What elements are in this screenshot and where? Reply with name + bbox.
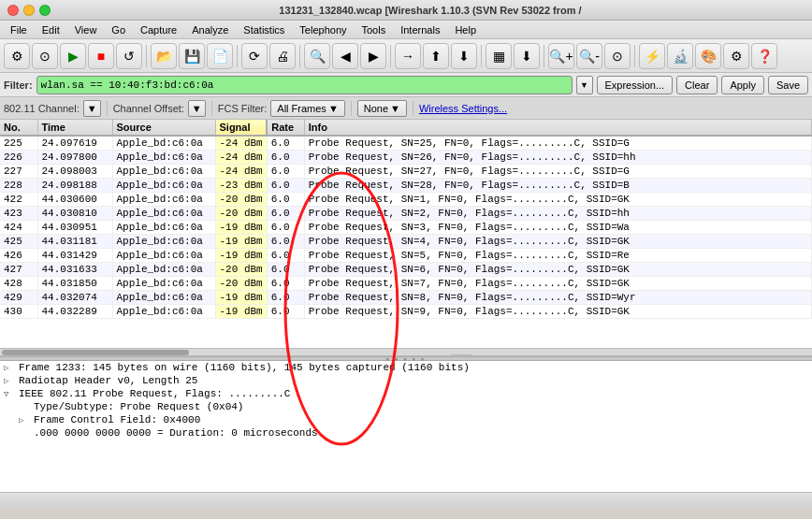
toolbar-first-btn[interactable]: ⬆ bbox=[423, 43, 449, 69]
cell-rate: 6.0 bbox=[267, 207, 304, 221]
toolbar-close-btn[interactable]: 📄 bbox=[207, 43, 233, 69]
cell-no: 424 bbox=[0, 221, 37, 235]
toolbar-stop-btn[interactable]: ■ bbox=[88, 43, 114, 69]
menu-go[interactable]: Go bbox=[105, 23, 132, 36]
toolbar-start-btn[interactable]: ▶ bbox=[60, 43, 86, 69]
table-row[interactable]: 425 44.031181 Apple_bd:c6:0a -19 dBm 6.0… bbox=[0, 235, 812, 249]
cell-signal: -20 dBm bbox=[215, 207, 267, 221]
menu-help[interactable]: Help bbox=[448, 23, 483, 36]
table-row[interactable]: 426 44.031429 Apple_bd:c6:0a -19 dBm 6.0… bbox=[0, 249, 812, 263]
cell-time: 24.097619 bbox=[37, 136, 112, 151]
toolbar-reload-btn[interactable]: ⟳ bbox=[241, 43, 268, 69]
menu-analyze[interactable]: Analyze bbox=[185, 23, 235, 36]
table-row[interactable]: 228 24.098188 Apple_bd:c6:0a -23 dBm 6.0… bbox=[0, 179, 812, 193]
menu-file[interactable]: File bbox=[4, 23, 34, 36]
toolbar-display-filters-btn[interactable]: 🔬 bbox=[667, 43, 693, 69]
toolbar-prev-btn[interactable]: ◀ bbox=[332, 43, 358, 69]
toolbar-open-btn[interactable]: 📂 bbox=[151, 43, 177, 69]
toolbar-separator-1 bbox=[146, 45, 147, 67]
cell-signal: -19 dBm bbox=[215, 305, 267, 319]
col-header-time[interactable]: Time bbox=[37, 120, 112, 136]
maximize-button[interactable] bbox=[39, 5, 51, 16]
cell-info: Probe Request, SN=5, FN=0, Flags=.......… bbox=[304, 249, 811, 263]
toolbar-colorize-rules-btn[interactable]: 🎨 bbox=[695, 43, 721, 69]
toolbar-last-btn[interactable]: ⬇ bbox=[451, 43, 477, 69]
menu-tools[interactable]: Tools bbox=[355, 23, 393, 36]
menu-statistics[interactable]: Statistics bbox=[237, 23, 291, 36]
toolbar-save-btn[interactable]: 💾 bbox=[179, 43, 205, 69]
filter-expression-btn[interactable]: Expression... bbox=[597, 76, 674, 94]
toolbar-zoom-normal-btn[interactable]: ⊙ bbox=[604, 43, 631, 69]
filter-save-btn[interactable]: Save bbox=[768, 76, 808, 94]
table-row[interactable]: 422 44.030600 Apple_bd:c6:0a -20 dBm 6.0… bbox=[0, 193, 812, 207]
table-row[interactable]: 424 44.030951 Apple_bd:c6:0a -19 dBm 6.0… bbox=[0, 221, 812, 235]
col-header-source[interactable]: Source bbox=[112, 120, 215, 136]
detail-expand-icon: ▷ bbox=[19, 415, 30, 425]
channel-sep-1 bbox=[107, 101, 108, 116]
scroll-thumb[interactable] bbox=[2, 350, 189, 355]
detail-text: Type/Subtype: Probe Request (0x04) bbox=[34, 401, 243, 412]
close-button[interactable] bbox=[7, 5, 19, 16]
fcs-dropdown[interactable]: All Frames ▼ bbox=[270, 100, 344, 117]
menu-telephony[interactable]: Telephony bbox=[293, 23, 353, 36]
toolbar-autoscroll-btn[interactable]: ⬇ bbox=[514, 43, 540, 69]
filter-apply-btn[interactable]: Apply bbox=[721, 76, 764, 94]
toolbar-separator-3 bbox=[299, 45, 300, 67]
toolbar-prefs-btn[interactable]: ⚙ bbox=[723, 43, 749, 69]
toolbar-separator-2 bbox=[237, 45, 238, 67]
cell-rate: 6.0 bbox=[267, 263, 304, 277]
toolbar-options-btn[interactable]: ⊙ bbox=[32, 43, 58, 69]
toolbar-restart-btn[interactable]: ↺ bbox=[116, 43, 142, 69]
channel-offset-dropdown[interactable]: ▼ bbox=[188, 100, 206, 117]
toolbar-print-btn[interactable]: 🖨 bbox=[269, 43, 296, 69]
table-row[interactable]: 226 24.097800 Apple_bd:c6:0a -24 dBm 6.0… bbox=[0, 151, 812, 165]
cell-source: Apple_bd:c6:0a bbox=[112, 136, 215, 151]
cell-signal: -20 dBm bbox=[215, 193, 267, 207]
toolbar-find-btn[interactable]: 🔍 bbox=[304, 43, 330, 69]
cell-signal: -19 dBm bbox=[215, 249, 267, 263]
channel-dropdown[interactable]: ▼ bbox=[83, 100, 101, 117]
col-header-no[interactable]: No. bbox=[0, 120, 37, 136]
filter-dropdown-btn[interactable]: ▼ bbox=[576, 76, 593, 94]
table-row[interactable]: 427 44.031633 Apple_bd:c6:0a -20 dBm 6.0… bbox=[0, 263, 812, 277]
minimize-button[interactable] bbox=[23, 5, 35, 16]
cell-source: Apple_bd:c6:0a bbox=[112, 249, 215, 263]
table-row[interactable]: 428 44.031850 Apple_bd:c6:0a -20 dBm 6.0… bbox=[0, 277, 812, 291]
cell-no: 430 bbox=[0, 305, 37, 319]
col-header-rate[interactable]: Rate bbox=[267, 120, 304, 136]
table-row[interactable]: 423 44.030810 Apple_bd:c6:0a -20 dBm 6.0… bbox=[0, 207, 812, 221]
toolbar-colorize-btn[interactable]: ▦ bbox=[486, 43, 512, 69]
menu-capture[interactable]: Capture bbox=[134, 23, 183, 36]
detail-row[interactable]: ▽ IEEE 802.11 Probe Request, Flags: ....… bbox=[0, 387, 812, 400]
toolbar-zoom-out-btn[interactable]: 🔍- bbox=[576, 43, 602, 69]
table-row[interactable]: 429 44.032074 Apple_bd:c6:0a -19 dBm 6.0… bbox=[0, 291, 812, 305]
table-row[interactable]: 227 24.098003 Apple_bd:c6:0a -24 dBm 6.0… bbox=[0, 165, 812, 179]
none-dropdown[interactable]: None ▼ bbox=[357, 100, 407, 117]
col-header-signal[interactable]: Signal bbox=[215, 120, 267, 136]
cell-info: Probe Request, SN=25, FN=0, Flags=......… bbox=[304, 136, 811, 151]
menu-internals[interactable]: Internals bbox=[394, 23, 446, 36]
cell-signal: -19 dBm bbox=[215, 291, 267, 305]
menu-view[interactable]: View bbox=[68, 23, 104, 36]
cell-rate: 6.0 bbox=[267, 305, 304, 319]
table-row[interactable]: 225 24.097619 Apple_bd:c6:0a -24 dBm 6.0… bbox=[0, 136, 812, 151]
cell-signal: -20 dBm bbox=[215, 277, 267, 291]
col-header-info[interactable]: Info bbox=[304, 120, 811, 136]
toolbar-help-btn[interactable]: ❓ bbox=[751, 43, 777, 69]
menu-edit[interactable]: Edit bbox=[36, 23, 66, 36]
toolbar-go-btn[interactable]: → bbox=[395, 43, 421, 69]
detail-row[interactable]: ▷ Radiotap Header v0, Length 25 bbox=[0, 374, 812, 387]
toolbar-capture-filters-btn[interactable]: ⚡ bbox=[639, 43, 665, 69]
detail-row[interactable]: ▷ Frame 1233: 145 bytes on wire (1160 bi… bbox=[0, 361, 812, 374]
table-row[interactable]: 430 44.032289 Apple_bd:c6:0a -19 dBm 6.0… bbox=[0, 305, 812, 319]
detail-row[interactable]: ▷ Frame Control Field: 0x4000 bbox=[0, 413, 812, 426]
detail-row[interactable]: Type/Subtype: Probe Request (0x04) bbox=[0, 400, 812, 413]
toolbar-interfaces-btn[interactable]: ⚙ bbox=[4, 43, 30, 69]
filter-clear-btn[interactable]: Clear bbox=[676, 76, 718, 94]
filter-input[interactable] bbox=[36, 76, 573, 94]
cell-signal: -24 dBm bbox=[215, 165, 267, 179]
wireless-settings-btn[interactable]: Wireless Settings... bbox=[419, 103, 507, 114]
detail-row[interactable]: .000 0000 0000 0000 = Duration: 0 micros… bbox=[0, 426, 812, 440]
toolbar-zoom-in-btn[interactable]: 🔍+ bbox=[548, 43, 574, 69]
toolbar-next-btn[interactable]: ▶ bbox=[360, 43, 386, 69]
